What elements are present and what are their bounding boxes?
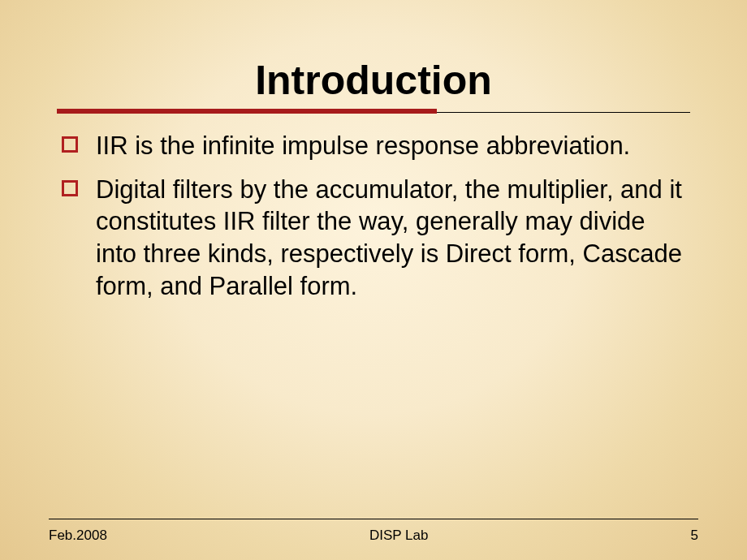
list-item: Digital filters by the accumulator, the … — [57, 174, 690, 303]
slide-title: Introduction — [57, 57, 690, 104]
footer: Feb.2008 DISP Lab 5 — [0, 519, 747, 544]
list-item: IIR is the infinite impulse response abb… — [57, 130, 690, 162]
footer-center: DISP Lab — [369, 528, 428, 544]
footer-rule — [49, 519, 698, 519]
footer-page-number: 5 — [691, 528, 698, 544]
slide: Introduction IIR is the infinite impulse… — [0, 0, 747, 560]
bullet-text: Digital filters by the accumulator, the … — [96, 175, 682, 300]
footer-row: Feb.2008 DISP Lab 5 — [49, 528, 698, 544]
bullet-text: IIR is the infinite impulse response abb… — [96, 131, 630, 160]
footer-date: Feb.2008 — [49, 528, 107, 544]
title-rule — [57, 109, 690, 115]
square-bullet-icon — [62, 180, 78, 196]
rule-thick — [57, 109, 437, 114]
square-bullet-icon — [62, 136, 78, 153]
bullet-list: IIR is the infinite impulse response abb… — [57, 130, 690, 302]
